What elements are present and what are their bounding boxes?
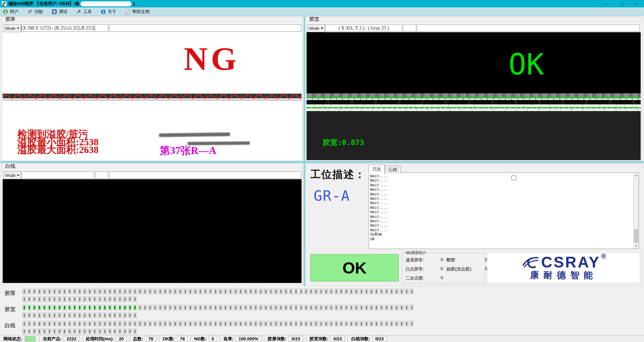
frame-status-cell bbox=[274, 305, 278, 310]
frame-status-cell bbox=[128, 296, 132, 302]
frame-status-cell bbox=[78, 289, 82, 294]
frame-status-cell bbox=[63, 296, 66, 302]
frame-status-cell bbox=[229, 321, 232, 327]
frame-status-cell bbox=[98, 296, 102, 302]
maximize-button[interactable]: □ bbox=[614, 0, 629, 7]
frame-status-cell bbox=[339, 321, 343, 327]
frame-status-cell bbox=[113, 305, 117, 310]
menu-item-tools[interactable]: 工具 bbox=[76, 9, 92, 15]
log-line: Wait.... bbox=[370, 192, 633, 196]
jiaokuan-coordinate-readout: ( X 431, Y 2 ) : ( Gray 25 ) bbox=[325, 25, 402, 32]
frame-status-cell bbox=[43, 305, 46, 310]
frame-status-cell bbox=[329, 289, 333, 294]
network-status-indicator bbox=[25, 336, 36, 341]
ok-result-text: OK bbox=[508, 50, 544, 79]
frame-status-cell bbox=[138, 305, 142, 310]
frame-status-cell bbox=[133, 296, 137, 302]
baixian-mode-dropdown[interactable]: Mode bbox=[4, 172, 21, 179]
minimize-button[interactable]: – bbox=[600, 0, 614, 7]
scrollbar-thumb[interactable] bbox=[634, 229, 638, 243]
jiaokuan-mode-dropdown[interactable]: Mode bbox=[308, 25, 325, 32]
frame-status-cell bbox=[103, 296, 107, 302]
frame-status-cell bbox=[68, 312, 71, 318]
frame-status-cell bbox=[224, 321, 227, 327]
statusbar-value: 0/23 bbox=[330, 336, 345, 342]
jiaohou-mode-dropdown[interactable]: Mode bbox=[4, 25, 21, 32]
frame-status-cell bbox=[113, 329, 117, 334]
frame-status-cell bbox=[108, 296, 112, 302]
jiaokuan-aux-box bbox=[403, 25, 416, 32]
frame-status-cell bbox=[78, 321, 82, 327]
gear-icon bbox=[27, 9, 33, 14]
frame-status-cell bbox=[299, 321, 303, 327]
frame-status-cell bbox=[168, 289, 172, 294]
frame-status-cell bbox=[410, 289, 414, 294]
log-line: Wait.... bbox=[370, 174, 633, 178]
frame-status-cell bbox=[68, 329, 71, 334]
frame-status-cell bbox=[58, 296, 61, 302]
frame-status-cell bbox=[113, 289, 117, 294]
scroll-down-icon[interactable]: ▼ bbox=[634, 244, 639, 249]
statusbar-divider bbox=[129, 337, 130, 341]
frame-status-cell bbox=[350, 321, 353, 327]
statusbar-label: 当前产品: bbox=[43, 336, 61, 342]
frame-status-cell bbox=[350, 289, 353, 294]
menu-label: 功能 bbox=[34, 9, 43, 15]
log-scrollbar[interactable]: ▲ ▼ bbox=[633, 173, 639, 249]
station-description-label: 工位描述： bbox=[310, 167, 366, 182]
statusbar-value: 0 bbox=[209, 336, 217, 342]
frame-status-cell bbox=[163, 289, 167, 294]
frame-status-cell bbox=[38, 329, 41, 334]
frame-status-cell bbox=[88, 329, 92, 334]
frame-status-cell bbox=[73, 321, 76, 327]
frame-status-cell bbox=[400, 321, 404, 327]
frame-status-cell bbox=[53, 305, 56, 310]
frame-status-cell bbox=[22, 321, 26, 327]
frame-status-cell bbox=[279, 289, 283, 294]
frame-status-cell bbox=[380, 289, 383, 294]
frame-status-cell bbox=[33, 296, 36, 302]
frame-status-cell bbox=[375, 321, 378, 327]
frame-status-cell bbox=[309, 289, 313, 294]
frame-status-cell bbox=[123, 296, 127, 302]
frame-status-cell bbox=[68, 289, 71, 294]
menu-item-user[interactable]: 用户 bbox=[3, 9, 18, 15]
tab-heartbeat[interactable]: 心跳 bbox=[385, 165, 401, 174]
statusbar-label: OK数: bbox=[163, 336, 175, 342]
glue-width-measurement: 胶宽:0.873 bbox=[323, 138, 364, 148]
log-view[interactable]: Wait....Wait....Wait....Wait....Wait....… bbox=[369, 173, 639, 249]
scroll-up-icon[interactable]: ▲ bbox=[634, 173, 639, 178]
menu-item-debug[interactable]: 调试 bbox=[52, 9, 67, 15]
frame-status-cell bbox=[28, 329, 31, 334]
close-button[interactable]: × bbox=[629, 0, 644, 7]
jiaohou-image-canvas[interactable]: NG 检测到溢胶/脏污 溢胶最小面积:2538 溢胶最大面积:2638 第37张… bbox=[3, 32, 302, 160]
baixian-image-canvas[interactable] bbox=[3, 179, 302, 283]
frame-status-cell bbox=[78, 312, 82, 318]
frame-status-cell bbox=[53, 312, 56, 318]
menu-item-functions[interactable]: 功能 bbox=[27, 9, 43, 15]
frame-status-cell bbox=[314, 305, 318, 310]
frame-status-cell bbox=[73, 305, 76, 310]
frame-status-cell bbox=[88, 296, 92, 302]
frame-status-cell bbox=[204, 289, 207, 294]
frame-status-cell bbox=[98, 289, 102, 294]
glue-white-band bbox=[307, 108, 641, 111]
frame-status-cell bbox=[88, 312, 92, 318]
frame-status-cell bbox=[98, 305, 102, 310]
user-icon bbox=[3, 9, 8, 14]
frame-status-cell bbox=[299, 305, 303, 310]
frame-status-cell bbox=[239, 305, 243, 310]
log-checkbox[interactable] bbox=[512, 176, 516, 180]
tab-log[interactable]: 日志 bbox=[369, 165, 385, 174]
menu-item-help[interactable]: 帮助文档 bbox=[125, 9, 150, 15]
frame-status-cell bbox=[254, 321, 258, 327]
panel-glue-thickness: 胶厚 Mode (X 398,Y 1272) : (R 255,G 255,B … bbox=[1, 16, 303, 161]
jiaokuan-image-canvas[interactable]: OK 胶宽:0.873 bbox=[307, 32, 641, 160]
ng-stats-col1: 波浪异常:0 凸点异常:0 二次点胶:0 bbox=[406, 257, 443, 284]
frame-status-cell bbox=[360, 289, 363, 294]
mode-label: Mode bbox=[5, 26, 15, 31]
menu-item-about[interactable]: 关于 bbox=[101, 9, 116, 15]
jiaohou-coordinate-readout: (X 398,Y 1272) : (R 255,G 255,B 255) bbox=[21, 25, 94, 32]
frame-status-cell bbox=[244, 305, 248, 310]
statusbar-divider bbox=[306, 337, 306, 341]
